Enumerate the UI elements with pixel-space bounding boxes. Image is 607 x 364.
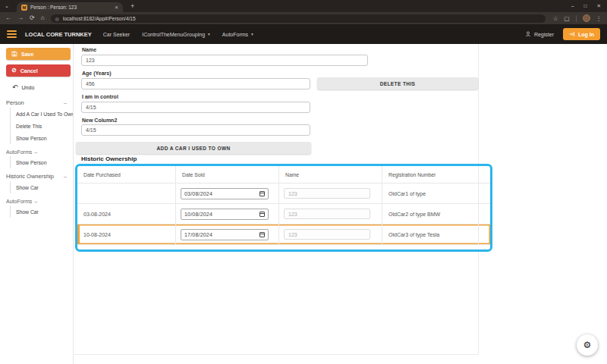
settings-fab[interactable]: ⚙ <box>577 334 598 356</box>
date-purchased-value: 10-08-2024 <box>77 232 111 237</box>
save-floppy-icon <box>11 51 17 57</box>
browser-tab[interactable]: M Person : Person: 123 ✕ <box>17 2 123 12</box>
historic-ownership-table: Date Purchased Date Sold Name Registrati… <box>75 164 492 252</box>
app-brand[interactable]: LOCAL CORE TURNKEY <box>25 31 92 38</box>
reload-icon[interactable]: ⟳ <box>30 12 35 24</box>
sidebar: Save ⊘ Cancel ↶ Undo Person – Add A Car … <box>0 44 74 364</box>
address-bar[interactable]: ◎ localhost:8182/App#/Person/4/15 <box>51 14 546 23</box>
age-label: Age (Years) <box>82 71 112 76</box>
sidebar-group-autoforms-2-items: Show Car <box>10 206 73 218</box>
table-header-row: Date Purchased Date Sold Name Registrati… <box>77 166 490 184</box>
favicon: M <box>21 5 27 11</box>
collapse-icon[interactable]: – <box>64 174 67 179</box>
registration-value: OldCar1 of type <box>382 191 426 196</box>
name-label: Name <box>82 47 96 52</box>
table-row[interactable]: 03-08-2024 10/08/2024 OldCar2 of type BM… <box>77 204 490 224</box>
site-info-icon[interactable]: ◎ <box>55 16 59 21</box>
new-tab-button[interactable]: + <box>131 2 134 11</box>
table-row-selected[interactable]: 10-08-2024 17/08/2024 OldCar3 of type Te… <box>77 224 490 245</box>
sidebar-item-delete-this[interactable]: Delete This <box>11 120 73 132</box>
cancel-button[interactable]: ⊘ Cancel <box>6 64 71 77</box>
name-input-disabled[interactable] <box>284 209 370 219</box>
home-icon[interactable]: ⌂ <box>41 12 45 24</box>
i-am-in-control-label: I am in control <box>82 94 118 99</box>
calendar-icon[interactable] <box>259 232 265 237</box>
window-close-button[interactable]: ✕ <box>597 0 601 12</box>
tab-strip: ⌄ M Person : Person: 123 ✕ + – □ ✕ <box>0 0 607 12</box>
save-button[interactable]: Save <box>6 48 71 60</box>
nav-item-car-seeker[interactable]: Car Seeker <box>103 32 130 37</box>
undo-icon: ↶ <box>12 85 18 90</box>
sidebar-item-show-car-2[interactable]: Show Car <box>11 206 73 218</box>
bookmark-star-icon[interactable]: ☆ <box>553 15 558 22</box>
browser-toolbar: ← → ⟳ ⌂ ◎ localhost:8182/App#/Person/4/1… <box>0 12 607 24</box>
person-icon <box>525 31 531 37</box>
historic-ownership-title: Historic Ownership <box>81 155 137 162</box>
col-header-date-sold: Date Sold <box>176 172 205 177</box>
sidebar-item-show-person-2[interactable]: Show Person <box>11 156 73 168</box>
sidebar-group-autoforms-1-items: Show Person <box>10 156 73 168</box>
registration-value: OldCar3 of type Tesla <box>382 232 439 237</box>
sidebar-group-autoforms-2[interactable]: AutoForms– <box>6 199 67 204</box>
chevron-down-icon: ▾ <box>251 32 253 36</box>
forward-icon[interactable]: → <box>17 12 24 24</box>
sidebar-group-person[interactable]: Person – <box>6 99 67 106</box>
toolbar-separator <box>576 15 577 22</box>
name-input-disabled[interactable] <box>284 229 370 240</box>
sidebar-group-historic-ownership[interactable]: Historic Ownership – <box>6 173 67 180</box>
calendar-icon[interactable] <box>259 212 265 217</box>
date-sold-input[interactable]: 10/08/2024 <box>181 209 269 220</box>
collapse-icon[interactable]: – <box>64 100 67 105</box>
login-button[interactable]: Log In <box>563 28 600 40</box>
date-purchased-value: 03-08-2024 <box>77 212 111 217</box>
add-car-button[interactable]: ADD A CAR I USED TO OWN <box>76 142 311 154</box>
name-input-disabled[interactable] <box>284 188 370 199</box>
cancel-icon: ⊘ <box>11 67 17 74</box>
nav-item-autoforms[interactable]: AutoForms ▾ <box>222 32 253 37</box>
collapse-icon: – <box>34 149 37 155</box>
sidebar-item-show-car[interactable]: Show Car <box>11 181 73 193</box>
app-navbar: LOCAL CORE TURNKEY Car Seeker IControlTh… <box>0 24 607 44</box>
window-controls: – □ ✕ <box>571 0 601 12</box>
browser-menu-icon[interactable]: ⋮ <box>596 15 602 22</box>
profile-avatar[interactable] <box>583 14 590 22</box>
tab-close-icon[interactable]: ✕ <box>115 5 118 10</box>
back-icon[interactable]: ← <box>5 12 11 24</box>
sidebar-group-person-items: Add A Car I Used To Own... Delete This S… <box>10 108 73 144</box>
table-empty-area <box>77 245 490 249</box>
age-field[interactable] <box>81 78 310 89</box>
extensions-icon[interactable]: ▢ <box>564 15 569 22</box>
col-header-name: Name <box>279 172 299 177</box>
sidebar-group-historic-items: Show Car <box>10 181 73 193</box>
hamburger-menu-icon[interactable] <box>7 30 17 38</box>
col-header-date-purchased: Date Purchased <box>77 172 121 177</box>
main-content: Name Age (Years) DELETE THIS I am in con… <box>74 44 607 364</box>
sidebar-item-show-person[interactable]: Show Person <box>11 132 73 144</box>
registration-value: OldCar2 of type BMW <box>382 212 440 217</box>
browser-window: ⌄ M Person : Person: 123 ✕ + – □ ✕ ← → ⟳… <box>0 0 607 364</box>
login-arrow-icon <box>569 31 575 37</box>
content-bottom-border <box>74 354 478 355</box>
collapse-icon: – <box>34 199 37 204</box>
date-sold-input[interactable]: 17/08/2024 <box>181 229 269 240</box>
undo-button[interactable]: ↶ Undo <box>12 85 73 90</box>
i-am-in-control-field[interactable] <box>81 102 310 113</box>
col-header-registration: Registration Number <box>382 172 436 177</box>
register-link[interactable]: Register <box>525 31 554 37</box>
window-minimize-button[interactable]: – <box>571 0 574 12</box>
gear-icon: ⚙ <box>583 340 592 350</box>
toolbar-right: ☆ ▢ ⋮ <box>553 14 602 22</box>
calendar-icon[interactable] <box>259 191 265 196</box>
url-text: localhost:8182/App#/Person/4/15 <box>63 16 136 21</box>
window-maximize-button[interactable]: □ <box>584 0 587 12</box>
tab-search-chevron-icon[interactable]: ⌄ <box>5 2 9 10</box>
new-column2-field[interactable] <box>81 124 310 136</box>
sidebar-group-autoforms-1[interactable]: AutoForms– <box>6 149 67 155</box>
tab-title: Person : Person: 123 <box>30 5 112 10</box>
table-row[interactable]: 03/08/2024 OldCar1 of type <box>77 184 490 204</box>
delete-this-button[interactable]: DELETE THIS <box>317 77 478 89</box>
name-field[interactable] <box>81 55 368 66</box>
nav-item-icontrolthemenugrouping[interactable]: IControlTheMenuGrouping ▾ <box>142 32 210 37</box>
date-sold-input[interactable]: 03/08/2024 <box>181 188 269 199</box>
sidebar-item-add-a-car[interactable]: Add A Car I Used To Own... <box>11 108 73 120</box>
